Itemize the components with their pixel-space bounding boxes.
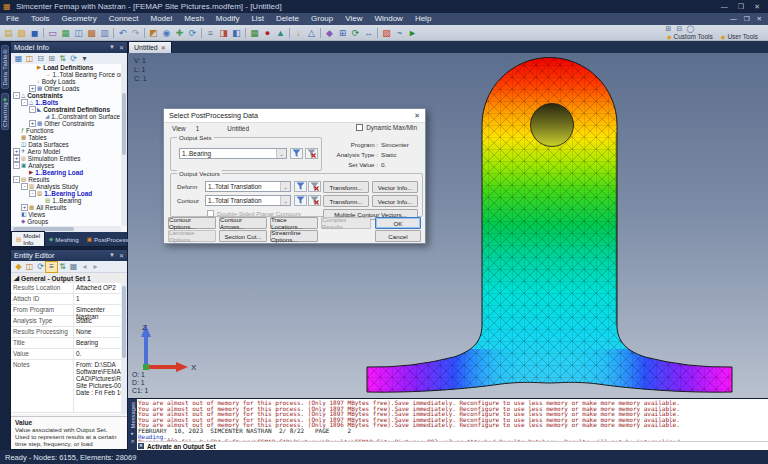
ee-next-icon[interactable]: ▸ [90, 262, 101, 272]
menu-list[interactable]: List [245, 13, 269, 25]
tree-item-body-loads[interactable]: ↓Body Loads [11, 78, 127, 85]
cancel-button[interactable]: Cancel [375, 230, 421, 242]
menu-modify[interactable]: Modify [210, 13, 246, 25]
view-new-icon[interactable]: ⊞ [336, 26, 349, 40]
tree-item-analyses[interactable]: -▣Analyses [11, 162, 127, 169]
open-icon[interactable]: ▧ [15, 26, 28, 40]
mi-options-icon[interactable]: ▾ [79, 54, 90, 64]
deform-transform-button[interactable]: Transform... [323, 181, 369, 193]
tree-item-other-loads[interactable]: +▦Other Loads [11, 85, 127, 92]
user-tools-button[interactable]: ◆ User Tools [717, 33, 762, 40]
combo-arrow-icon[interactable]: ⌄ [280, 196, 290, 205]
copy-picture-icon[interactable]: ▦ [59, 26, 72, 40]
property-row-notes[interactable]: NotesFrom: D:\SDA Software\FEMAP CAD\Pic… [11, 360, 121, 413]
panel-tab-model-info[interactable]: ▤Model Info [11, 231, 45, 246]
collapse-icon[interactable]: - [29, 106, 36, 113]
ee-prev-icon[interactable]: ◂ [79, 262, 90, 272]
messages-expand-icon[interactable]: ▸ [131, 430, 134, 436]
tree-item-other-constraints[interactable]: +▦Other Constraints [11, 120, 127, 127]
deform-filter-button[interactable] [294, 181, 307, 192]
menu-delete[interactable]: Delete [270, 13, 305, 25]
property-row-results-processing[interactable]: Results ProcessingNone [11, 327, 121, 338]
property-row-results-location[interactable]: Results LocationAttached OP2 [11, 283, 121, 294]
property-row-from-program[interactable]: From ProgramSimcenter Nastran [11, 305, 121, 316]
mesh-icon[interactable]: ▦ [248, 26, 261, 40]
collapse-icon[interactable]: - [29, 190, 36, 197]
layers-toolbar-icon[interactable]: ▥ [98, 26, 111, 40]
group-toolbar-icon[interactable]: ◆ [323, 26, 336, 40]
tree-item-1-bolts[interactable]: -△1..Bolts [11, 99, 127, 106]
property-row-value[interactable]: Value0. [11, 349, 121, 360]
ee-copy-icon[interactable]: ◫ [24, 262, 35, 272]
view-all-icon[interactable]: ↔ [362, 26, 375, 40]
tree-item-1-bearing-load[interactable]: ▶1..Bearing Load [11, 169, 127, 176]
deform-filter-clear-button[interactable] [308, 181, 321, 192]
menu-mesh[interactable]: Mesh [178, 13, 210, 25]
document-tab-untitled[interactable]: Untitled ✕ [128, 41, 172, 53]
output-set-filter-clear-button[interactable] [305, 148, 318, 159]
combo-arrow-icon[interactable]: ⌄ [280, 182, 290, 191]
side-tab-charting[interactable]: ◆Charting [1, 93, 9, 130]
tree-item-tables[interactable]: ▦Tables [11, 134, 127, 141]
tree-item-simulation-entities[interactable]: +◎Simulation Entities [11, 155, 127, 162]
messages-close-icon[interactable]: ✕ [130, 438, 134, 444]
dialog-close-icon[interactable]: ✕ [414, 112, 420, 120]
post-contour-icon[interactable]: ▧ [380, 26, 393, 40]
menu-geometry[interactable]: Geometry [56, 13, 103, 25]
menu-view[interactable]: View [339, 13, 368, 25]
post-deform-icon[interactable]: ~ [393, 26, 406, 40]
mi-select-icon[interactable]: ▦ [13, 54, 24, 64]
tree-item-results[interactable]: -▤Results [11, 176, 127, 183]
view-style-icon[interactable]: ◧ [230, 26, 243, 40]
streamline-options-button[interactable]: Streamline Options... [270, 230, 318, 242]
dynamic-maxmin-checkbox[interactable] [356, 124, 363, 131]
menu-file[interactable]: File [0, 13, 25, 25]
menu-group[interactable]: Group [305, 13, 339, 25]
save-icon[interactable]: ◼ [28, 26, 41, 40]
expand-icon[interactable]: + [21, 204, 28, 211]
entity-editor-scrollbar[interactable] [121, 283, 127, 414]
expand-icon[interactable]: + [13, 148, 20, 155]
menu-connect[interactable]: Connect [103, 13, 145, 25]
mi-sort-icon[interactable]: ⇅ [57, 54, 68, 64]
collapse-icon[interactable]: - [21, 99, 28, 106]
contour-vector-info-button[interactable]: Vector Info... [372, 195, 418, 207]
ee-lock-icon[interactable]: ◆ [13, 262, 24, 272]
mi-collapse-icon[interactable]: ⊟ [35, 54, 46, 64]
tree-vertical-scrollbar[interactable] [121, 64, 127, 226]
element-icon[interactable]: ▲ [274, 26, 287, 40]
collapse-icon[interactable]: - [21, 183, 28, 190]
tree-item-all-results[interactable]: +▦All Results [11, 204, 127, 211]
menu-model[interactable]: Model [145, 13, 179, 25]
messages-lines[interactable]: You are almost out of memory for this pr… [138, 400, 768, 442]
output-set-filter-button[interactable] [290, 148, 303, 159]
deform-vector-info-button[interactable]: Vector Info... [372, 181, 418, 193]
contour-filter-button[interactable] [294, 195, 307, 206]
ee-sort-icon[interactable]: ⇅ [57, 262, 68, 272]
contour-combo[interactable]: 1..Total Translation ⌄ [205, 195, 291, 206]
deform-combo[interactable]: 1..Total Translation ⌄ [205, 181, 291, 192]
ee-grid-icon[interactable]: ▦ [68, 262, 79, 272]
side-tab-data-table[interactable]: ▦Data Table [1, 45, 9, 89]
panel-tab-meshing[interactable]: ◆Meshing [45, 232, 83, 246]
tree-item-1-total-bearing-force-on-surfa[interactable]: →1..Total Bearing Force on Surfa [11, 71, 127, 78]
output-set-combo[interactable]: 1..Bearing ⌄ [179, 148, 287, 159]
tile-windows-icon[interactable]: ⊞ [663, 25, 674, 33]
contour-transform-button[interactable]: Transform... [323, 195, 369, 207]
collapse-icon[interactable]: - [13, 92, 20, 99]
tree-item-1-bearing-load[interactable]: -▥1..Bearing Load [11, 190, 127, 197]
collapse-icon[interactable]: - [13, 162, 20, 169]
custom-tools-button[interactable]: ◆ Custom Tools [663, 33, 717, 40]
mi-update-icon[interactable]: ⟳ [68, 54, 79, 64]
pan-icon[interactable]: ✚ [173, 26, 186, 40]
tree-item-analysis-study[interactable]: -▥Analysis Study [11, 183, 127, 190]
picture-save-icon[interactable]: ◫ [72, 26, 85, 40]
mi-show-icon[interactable]: ◫ [24, 54, 35, 64]
print-icon[interactable]: ▭ [46, 26, 59, 40]
tab-close-icon[interactable]: ✕ [161, 44, 166, 51]
mdi-close-icon[interactable]: ✕ [757, 15, 762, 23]
picture-options-icon[interactable]: ▩ [85, 26, 98, 40]
load-toolbar-icon[interactable]: ↓ [292, 26, 305, 40]
redo-icon[interactable]: ↷ [129, 26, 142, 40]
tree-item-groups[interactable]: ◆Groups [11, 218, 127, 225]
